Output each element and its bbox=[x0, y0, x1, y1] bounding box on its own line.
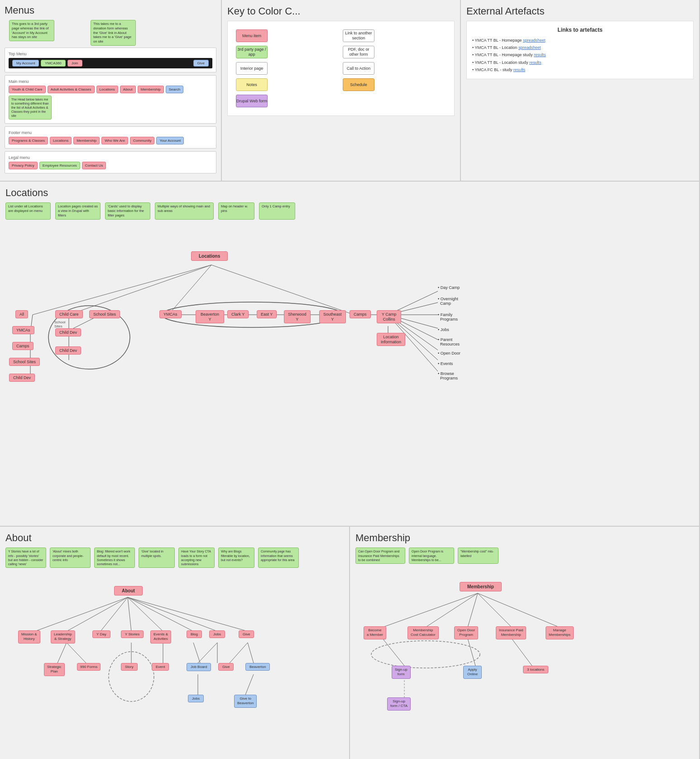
mem-node-costcalc: MembershipCost Calculator bbox=[408, 626, 439, 639]
node-browseprograms: • Browse Programs bbox=[438, 371, 458, 380]
key-swatch-pink: Menu item bbox=[236, 29, 268, 42]
key-swatch-white4: Call to Action bbox=[343, 62, 374, 75]
svg-line-54 bbox=[478, 593, 559, 627]
artefacts-list: • YMCA TT BL - Homepage spreadsheet • YM… bbox=[472, 37, 688, 73]
top-menu-item-ymca360[interactable]: YMCA360 bbox=[41, 60, 65, 67]
svg-line-36 bbox=[128, 597, 217, 631]
node-camps-left: Camps bbox=[12, 342, 34, 350]
about-node-leadership: Leadership& Strategy bbox=[51, 630, 75, 644]
about-node-ystories: Y Stories bbox=[121, 630, 144, 638]
node-locationinfo: LocationInformation bbox=[377, 333, 405, 346]
about-callout-4: 'Give' located in multiple spots. bbox=[139, 548, 175, 567]
locations-title: Locations bbox=[5, 187, 694, 199]
svg-line-53 bbox=[478, 593, 512, 627]
node-parentresources: • Parent Resources bbox=[438, 337, 460, 346]
mem-node-applyonline: ApplyOnline bbox=[463, 666, 482, 679]
main-menu-about[interactable]: About bbox=[120, 86, 136, 93]
about-node-strategicplan: StrategicPlan bbox=[44, 663, 65, 676]
about-callout-3: Blog: filtered won't work default by mos… bbox=[94, 548, 135, 567]
key-section: Key to Color C... Menu item Link to anot… bbox=[222, 0, 461, 181]
about-callout-1: Y Stories have a lot of info - possibly … bbox=[5, 548, 46, 567]
node-school-left: School Sites bbox=[9, 358, 40, 366]
svg-line-39 bbox=[67, 643, 86, 663]
top-menu-item-give[interactable]: Give bbox=[193, 60, 209, 67]
footer-whoweare[interactable]: Who We Are bbox=[101, 137, 128, 144]
about-node-event: Event bbox=[152, 663, 169, 671]
main-menu-membership[interactable]: Membership bbox=[138, 86, 164, 93]
footer-youraccount[interactable]: Your Account bbox=[156, 137, 184, 144]
legal-privacy[interactable]: Privacy Policy bbox=[9, 162, 38, 169]
about-node-yday: Y Day bbox=[92, 630, 110, 638]
top-menu-item-join[interactable]: Join bbox=[67, 60, 82, 67]
svg-line-38 bbox=[58, 643, 67, 663]
about-callout-6: Why are Blogs filterable by location, bu… bbox=[218, 548, 254, 567]
callout-note-1: This goes to a 3rd party page whereas th… bbox=[9, 20, 54, 41]
node-childdev-mid2: Child Dev bbox=[55, 346, 81, 355]
svg-line-51 bbox=[426, 593, 478, 627]
main-menu-locations[interactable]: Locations bbox=[96, 86, 118, 93]
legal-employee[interactable]: Employee Resources bbox=[39, 162, 80, 169]
svg-line-55 bbox=[383, 639, 404, 666]
legal-contact[interactable]: Contact Us bbox=[82, 162, 106, 169]
loc-callout-1: List under all Locations are displayed o… bbox=[5, 202, 51, 219]
loc-callout-3: 'Cards' used to display basic informatio… bbox=[105, 202, 150, 219]
node-sherwoody: SherwoodY bbox=[284, 310, 311, 324]
key-interior: Interior page bbox=[236, 62, 339, 75]
mem-node-insurance: Insurance PaidMembership bbox=[496, 626, 526, 639]
link-fc-results[interactable]: results bbox=[513, 67, 526, 72]
svg-line-56 bbox=[468, 639, 475, 666]
main-menu-adult[interactable]: Adult Activities & Classes bbox=[48, 86, 95, 93]
key-cta: Call to Action bbox=[343, 62, 446, 75]
svg-line-50 bbox=[383, 593, 478, 627]
link-tt-homepage-spreadsheet[interactable]: spreadsheet bbox=[523, 38, 546, 43]
footer-community[interactable]: Community bbox=[130, 137, 154, 144]
key-3rdparty: 3rd party page / app bbox=[236, 46, 339, 58]
membership-section: Membership Can Open Door Program and Ins… bbox=[350, 527, 700, 759]
key-drupal: Drupal Web form bbox=[236, 95, 339, 107]
svg-point-29 bbox=[162, 302, 343, 327]
main-menu-youthcare[interactable]: Youth & Child Care bbox=[9, 86, 46, 93]
key-swatch-white1: Link to another section bbox=[343, 29, 374, 42]
about-node-give: Give bbox=[239, 630, 254, 638]
node-events-right: • Events bbox=[438, 361, 453, 366]
node-southeasty: SoutheastY bbox=[319, 310, 346, 324]
svg-line-3 bbox=[211, 265, 354, 315]
footer-membership[interactable]: Membership bbox=[73, 137, 100, 144]
top-menu-item-myaccount[interactable]: My Account bbox=[12, 60, 39, 67]
row-3: About Y Stories have a lot of info - pos… bbox=[0, 527, 700, 759]
footer-locations[interactable]: Locations bbox=[50, 137, 72, 144]
footer-programs[interactable]: Programs & Classes bbox=[9, 137, 48, 144]
link-tt-location-spreadsheet[interactable]: spreadsheet bbox=[518, 45, 541, 50]
key-schedule: Schedule bbox=[343, 78, 446, 91]
node-camps-center: Camps bbox=[350, 310, 371, 318]
about-node-jobs: Jobs bbox=[209, 630, 225, 638]
about-title: About bbox=[5, 532, 344, 544]
mem-callout-3: "Membership cost" mis-labelled bbox=[458, 548, 499, 563]
row-1: Menus This goes to a 3rd party page wher… bbox=[0, 0, 700, 182]
node-beavertony: BeavertonY bbox=[196, 310, 224, 324]
menus-section: Menus This goes to a 3rd party page wher… bbox=[0, 0, 222, 181]
about-node-givetobeaverton: Give toBeaverton bbox=[234, 695, 257, 708]
locations-center-node: Locations bbox=[191, 251, 228, 261]
svg-line-46 bbox=[248, 643, 254, 663]
artefacts-links-title: Links to artefacts bbox=[472, 27, 688, 33]
key-swatch-green: 3rd party page / app bbox=[236, 46, 268, 58]
locations-section: Locations List under all Locations are d… bbox=[0, 182, 700, 526]
node-childdev-mid: Child Dev bbox=[55, 328, 81, 336]
node-jobs-right: • Jobs bbox=[438, 327, 449, 332]
node-overnightcamp: • Overnight Camp bbox=[438, 297, 458, 306]
link-tt-homepage-results[interactable]: results bbox=[534, 53, 546, 57]
locations-connectors bbox=[5, 224, 676, 487]
node-ycampcollins: Y CampCollins bbox=[377, 310, 401, 324]
main-menu-search[interactable]: Search bbox=[166, 86, 183, 93]
svg-line-33 bbox=[128, 597, 131, 631]
svg-line-30 bbox=[35, 597, 128, 631]
node-daycamp: • Day Camp bbox=[438, 285, 460, 290]
external-artefacts-section: External Artefacts Links to artefacts • … bbox=[461, 0, 700, 181]
link-tt-location-results[interactable]: results bbox=[529, 60, 542, 65]
node-childcare: Child Care bbox=[55, 310, 83, 318]
svg-line-57 bbox=[512, 639, 532, 666]
mem-node-becomemember: Becomea Member bbox=[364, 626, 386, 639]
node-schoolsites-mid: School Sites bbox=[89, 310, 120, 318]
loc-callout-2: Location pages created as a view in Drup… bbox=[55, 202, 101, 219]
